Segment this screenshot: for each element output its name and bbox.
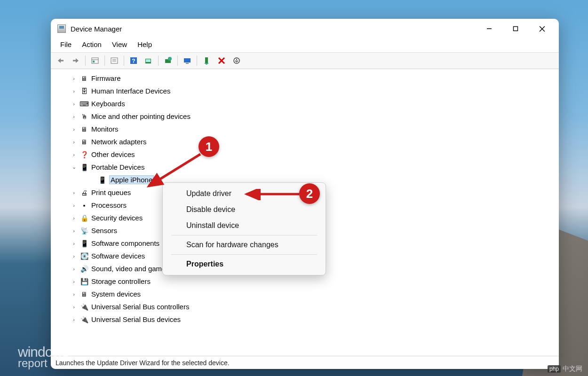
chevron-right-icon[interactable]: ›: [71, 202, 77, 209]
maximize-button[interactable]: [502, 19, 529, 39]
tree-item[interactable]: ›🖥Firmware: [64, 72, 559, 85]
tree-item[interactable]: ›🖱Mice and other pointing devices: [64, 110, 559, 123]
menu-file[interactable]: File: [56, 39, 76, 50]
svg-rect-9: [111, 58, 118, 63]
enable-device-button[interactable]: [199, 54, 214, 67]
device-icon: ⌨: [80, 100, 88, 108]
cm-separator: [171, 254, 317, 255]
cm-properties[interactable]: Properties: [163, 256, 326, 272]
tree-item[interactable]: ›🖥System devices: [64, 288, 559, 300]
chevron-right-icon: [88, 177, 95, 183]
toolbar-separator: [158, 55, 159, 66]
chevron-right-icon[interactable]: ›: [71, 215, 77, 221]
chevron-right-icon[interactable]: ›: [71, 316, 77, 323]
device-icon: 💽: [80, 252, 88, 260]
chevron-right-icon[interactable]: ›: [71, 151, 77, 158]
tree-item-label: Sensors: [91, 227, 117, 235]
svg-rect-4: [60, 60, 64, 62]
minimize-button[interactable]: [476, 19, 502, 39]
disable-device-button[interactable]: [230, 54, 244, 67]
monitor-button[interactable]: [180, 54, 194, 67]
device-icon: 📡: [80, 227, 88, 235]
tree-item-label: Keyboards: [91, 100, 125, 108]
tree-item[interactable]: ›💾Storage controllers: [64, 275, 559, 288]
svg-rect-8: [93, 61, 95, 63]
watermark-php: php 中文网: [548, 365, 582, 373]
show-hidden-button[interactable]: [88, 54, 102, 67]
tree-item[interactable]: ›⌨Keyboards: [64, 97, 559, 110]
chevron-right-icon[interactable]: ›: [71, 278, 77, 285]
tree-item-label: System devices: [91, 290, 141, 298]
chevron-right-icon[interactable]: ›: [71, 113, 77, 120]
cm-separator: [171, 235, 317, 235]
chevron-right-icon[interactable]: ›: [71, 139, 77, 145]
chevron-right-icon[interactable]: ›: [71, 75, 77, 82]
device-icon: 📱: [80, 163, 88, 172]
chevron-right-icon[interactable]: ›: [71, 88, 77, 94]
cm-scan-hardware[interactable]: Scan for hardware changes: [163, 237, 326, 253]
tree-item-label: Processors: [91, 201, 127, 209]
chevron-right-icon[interactable]: ›: [71, 253, 77, 259]
app-icon: [57, 24, 66, 33]
toolbar-separator: [104, 55, 105, 66]
device-icon: ▪: [80, 201, 88, 210]
chevron-right-icon[interactable]: ›: [71, 291, 77, 298]
menubar: File Action View Help: [51, 39, 559, 52]
tree-item-label: Software components: [91, 239, 159, 247]
svg-rect-5: [73, 60, 77, 62]
device-icon: 🔒: [80, 214, 88, 222]
statusbar: Launches the Update Driver Wizard for th…: [51, 356, 559, 369]
tree-item[interactable]: ›❓Other devices: [64, 148, 559, 161]
tree-item[interactable]: ⌄📱Portable Devices: [64, 161, 559, 173]
cm-uninstall-device[interactable]: Uninstall device: [163, 218, 326, 234]
chevron-right-icon[interactable]: ›: [71, 240, 77, 247]
chevron-right-icon[interactable]: ›: [71, 189, 77, 196]
menu-view[interactable]: View: [107, 39, 132, 50]
tree-item-label: Mice and other pointing devices: [91, 112, 191, 120]
toolbar-separator: [85, 55, 86, 66]
toolbar-separator: [197, 55, 197, 66]
device-icon: 🖨: [80, 188, 88, 197]
update-driver-button[interactable]: [161, 54, 175, 67]
device-icon: 🖥: [80, 290, 88, 298]
help-button[interactable]: ?: [127, 54, 141, 67]
device-icon: 🖥: [80, 138, 88, 146]
chevron-right-icon[interactable]: ›: [71, 304, 77, 310]
tree-item-label: Apple iPhone: [109, 175, 154, 184]
tree-item-label: Monitors: [91, 125, 119, 133]
menu-action[interactable]: Action: [77, 39, 106, 50]
close-button[interactable]: [529, 19, 555, 39]
cm-disable-device[interactable]: Disable device: [163, 202, 326, 218]
device-icon: 🗄: [80, 87, 88, 95]
window-title: Device Manager: [71, 25, 122, 33]
svg-point-17: [168, 57, 172, 61]
device-icon: 📱: [80, 239, 88, 248]
back-button[interactable]: [54, 54, 68, 67]
chevron-down-icon[interactable]: ⌄: [71, 164, 77, 171]
tree-item[interactable]: ›🔌Universal Serial Bus devices: [64, 313, 559, 326]
tree-item-label: Print queues: [91, 188, 131, 196]
device-icon: 🖥: [80, 125, 88, 133]
tree-item[interactable]: ›🔌Universal Serial Bus controllers: [64, 300, 559, 313]
tree-item-label: Other devices: [91, 150, 135, 158]
watermark-windowsreport: windows report: [18, 345, 69, 368]
menu-help[interactable]: Help: [133, 39, 157, 50]
forward-button[interactable]: [69, 54, 83, 67]
status-text: Launches the Update Driver Wizard for th…: [56, 359, 230, 367]
tree-item[interactable]: ›🖥Network adapters: [64, 135, 559, 148]
tree-item-label: Human Interface Devices: [91, 87, 170, 95]
tree-item-label: Security devices: [91, 214, 143, 222]
scan-hardware-button[interactable]: [142, 54, 156, 67]
chevron-right-icon[interactable]: ›: [71, 126, 77, 133]
uninstall-device-button[interactable]: [215, 54, 229, 67]
chevron-right-icon[interactable]: ›: [71, 101, 77, 107]
annotation-badge-2: 2: [299, 183, 320, 204]
svg-rect-1: [514, 27, 518, 31]
annotation-badge-1: 1: [199, 136, 219, 157]
tree-item[interactable]: ›🖥Monitors: [64, 123, 559, 135]
chevron-right-icon[interactable]: ›: [71, 266, 77, 272]
chevron-right-icon[interactable]: ›: [71, 227, 77, 234]
properties-button[interactable]: [107, 54, 121, 67]
svg-rect-18: [184, 58, 191, 63]
tree-item[interactable]: ›🗄Human Interface Devices: [64, 85, 559, 97]
